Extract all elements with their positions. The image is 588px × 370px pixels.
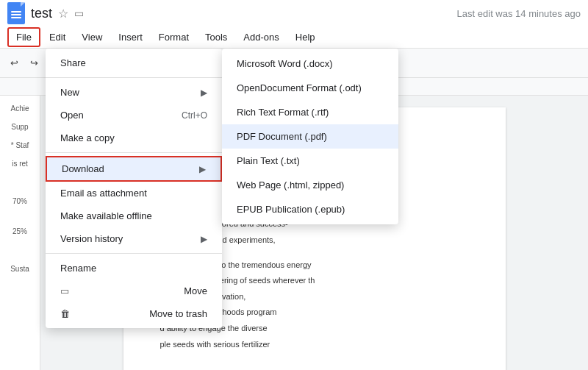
dropdown-item-trash[interactable]: 🗑 Move to trash [46,302,222,325]
redo-button[interactable]: ↪ [26,54,43,71]
sidebar-percent-25: 25% [5,224,35,238]
menu-item-view[interactable]: View [74,29,110,46]
dropdown-item-share[interactable]: Share [46,51,222,74]
doc-line-12: ple seeds with serious fertilizer [160,338,469,352]
odt-label: OpenDocument Format (.odt) [237,82,362,93]
pdf-label: PDF Document (.pdf) [237,131,327,142]
menu-bar: File Edit View Insert Format Tools Add-o… [0,26,588,49]
rtf-label: Rich Text Format (.rtf) [237,107,329,118]
dropdown-item-new[interactable]: New ▶ [46,81,222,104]
sidebar-percent-70: 70% [5,194,35,208]
sidebar-item-2: Supp [5,120,35,134]
rename-label: Rename [60,263,96,274]
submenu-item-docx[interactable]: Microsoft Word (.docx) [222,51,398,76]
sidebar: Achie Supp * Staf is ret 70% 25% Susta [0,96,40,370]
dropdown-item-download[interactable]: Download ▶ [46,156,222,182]
dropdown-divider-1 [46,77,222,78]
dropdown-item-offline[interactable]: Make available offline [46,204,222,227]
title-bar: test ☆ ▭ Last edit was 14 minutes ago [0,0,588,26]
download-arrow: ▶ [199,164,206,174]
open-shortcut: Ctrl+O [182,110,207,121]
menu-item-help[interactable]: Help [288,29,323,46]
sidebar-item-1: Achie [5,102,35,115]
email-label: Email as attachment [60,188,147,199]
file-dropdown: Share New ▶ Open Ctrl+O Make a copy Down… [46,49,222,328]
trash-icon: 🗑 [60,308,70,319]
download-label: Download [62,163,104,174]
submenu-item-txt[interactable]: Plain Text (.txt) [222,149,398,173]
submenu-item-rtf[interactable]: Rich Text Format (.rtf) [222,100,398,124]
menu-item-file[interactable]: File [7,27,40,47]
submenu-item-odt[interactable]: OpenDocument Format (.odt) [222,76,398,100]
download-submenu: Microsoft Word (.docx) OpenDocument Form… [222,49,398,224]
epub-label: EPUB Publication (.epub) [237,204,345,215]
trash-label: Move to trash [149,308,207,319]
menu-item-addons[interactable]: Add-ons [236,29,286,46]
doc-icon [7,2,25,24]
menu-item-insert[interactable]: Insert [111,29,150,46]
submenu-item-epub[interactable]: EPUB Publication (.epub) [222,197,398,221]
sidebar-item-4: is ret [5,157,35,171]
sidebar-item-3: * Staf [5,138,35,152]
open-label: Open [60,110,84,121]
version-label: Version history [60,233,123,244]
sidebar-susta: Susta [5,262,35,276]
dropdown-item-rename[interactable]: Rename [46,257,222,280]
menu-item-format[interactable]: Format [151,29,196,46]
share-label: Share [60,57,86,68]
html-label: Web Page (.html, zipped) [237,179,344,191]
submenu-item-html[interactable]: Web Page (.html, zipped) [222,173,398,197]
star-icon[interactable]: ☆ [58,7,68,21]
move-icon: ▭ [60,285,69,296]
menu-item-edit[interactable]: Edit [42,29,73,46]
new-arrow: ▶ [201,88,207,98]
txt-label: Plain Text (.txt) [237,155,300,166]
dropdown-item-open[interactable]: Open Ctrl+O [46,104,222,127]
dropdown-divider-3 [46,253,222,254]
copy-label: Make a copy [60,132,115,143]
dropdown-divider-2 [46,152,222,153]
undo-button[interactable]: ↩ [6,54,23,71]
dropdown-item-copy[interactable]: Make a copy [46,127,222,149]
last-edit-text: Last edit was 14 minutes ago [457,8,581,19]
folder-icon[interactable]: ▭ [74,7,84,19]
docx-label: Microsoft Word (.docx) [237,58,333,69]
version-arrow: ▶ [201,234,207,244]
doc-icon-lines [11,10,21,20]
move-label: Move [184,285,207,296]
dropdown-item-version[interactable]: Version history ▶ [46,227,222,250]
submenu-item-pdf[interactable]: PDF Document (.pdf) [222,124,398,149]
offline-label: Make available offline [60,210,152,221]
new-label: New [60,87,79,98]
dropdown-item-move[interactable]: ▭ Move [46,280,222,302]
dropdown-item-email[interactable]: Email as attachment [46,182,222,204]
document-title[interactable]: test [31,6,52,21]
menu-item-tools[interactable]: Tools [198,29,234,46]
